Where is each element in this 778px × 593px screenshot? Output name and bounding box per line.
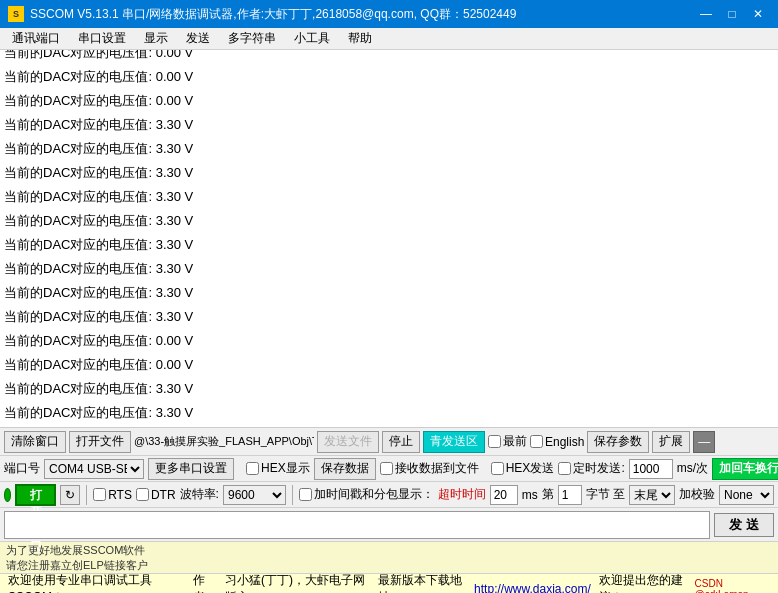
author-label: 作者： (193, 574, 225, 593)
csdn-badge: CSDN @cd:Lemon (695, 578, 770, 594)
timed-value-input[interactable] (629, 459, 673, 479)
send-textarea[interactable] (4, 511, 710, 539)
send-input-row: 发 送 (0, 508, 778, 542)
promo-line1: 为了更好地发展SSCOM软件 (6, 543, 772, 558)
latest-checkbox[interactable] (488, 435, 501, 448)
save-data-button[interactable]: 保存数据 (314, 458, 376, 480)
toolbar2: 端口号 COM4 USB-SERIAL CH340 更多串口设置 HEX显示 保… (0, 456, 778, 482)
hex-display-label[interactable]: HEX显示 (246, 460, 310, 477)
collapse-button[interactable]: — (693, 431, 715, 453)
title-bar-controls: — □ ✕ (694, 4, 770, 24)
author-name: 习小猛(丁丁)，大虾电子网版主 (225, 574, 370, 593)
refresh-button[interactable]: ↻ (60, 485, 80, 505)
menu-display[interactable]: 显示 (136, 28, 176, 49)
menu-bar: 通讯端口 串口设置 显示 发送 多字符串 小工具 帮助 (0, 28, 778, 50)
add-time-checkbox[interactable] (299, 488, 312, 501)
promo-line2: 请您注册嘉立创ELP链接客户 (6, 558, 772, 573)
timeout-unit: ms (522, 488, 538, 502)
content-line: 当前的DAC对应的电压值: 3.30 V (4, 113, 774, 137)
multi-port-button[interactable]: 更多串口设置 (148, 458, 234, 480)
hex-display-text: HEX显示 (261, 460, 310, 477)
dtr-text: DTR (151, 488, 176, 502)
content-line: 当前的DAC对应的电压值: 3.30 V (4, 281, 774, 305)
port-label: 端口号 (4, 460, 40, 477)
content-line: 当前的DAC对应的电压值: 3.30 V (4, 233, 774, 257)
send-area-button[interactable]: 青发送区 (423, 431, 485, 453)
hex-send-checkbox[interactable] (491, 462, 504, 475)
expand-button[interactable]: 扩展 (652, 431, 690, 453)
download-label: 最新版本下载地址： (378, 574, 474, 593)
dtr-label[interactable]: DTR (136, 488, 176, 502)
bottom-tip: 欢迎提出您的建议！ (599, 574, 695, 593)
menu-comm-port[interactable]: 通讯端口 (4, 28, 68, 49)
title-bar-left: S SSCOM V5.13.1 串口/网络数据调试器,作者:大虾丁丁,26180… (8, 6, 516, 23)
open-file-button[interactable]: 打开文件 (69, 431, 131, 453)
english-checkbox-label[interactable]: English (530, 435, 584, 449)
content-line: 当前的DAC对应的电压值: 0.00 V (4, 329, 774, 353)
main-content: 当前的DAC对应的电压值: 0.00 V当前的DAC对应的电压值: 0.00 V… (0, 50, 778, 428)
recv-file-checkbox[interactable] (380, 462, 393, 475)
maximize-button[interactable]: □ (720, 4, 744, 24)
hex-send-label[interactable]: HEX发送 (491, 460, 555, 477)
timed-send-text: 定时发送: (573, 460, 624, 477)
add-time-label[interactable]: 加时间戳和分包显示： (299, 486, 434, 503)
english-checkbox[interactable] (530, 435, 543, 448)
menu-help[interactable]: 帮助 (340, 28, 380, 49)
latest-label: 最前 (503, 433, 527, 450)
baud-label: 波特率: (180, 486, 219, 503)
checksum-select[interactable]: None SUM CRC8 CRC16 (719, 485, 774, 505)
content-line: 当前的DAC对应的电压值: 3.30 V (4, 161, 774, 185)
content-line: 当前的DAC对应的电压值: 3.30 V (4, 137, 774, 161)
bottom-info: 欢迎使用专业串口调试工具SSCOM！ 作者： 习小猛(丁丁)，大虾电子网版主 最… (0, 574, 778, 593)
menu-tools[interactable]: 小工具 (286, 28, 338, 49)
add-time-text: 加时间戳和分包显示： (314, 486, 434, 503)
send-button[interactable]: 发 送 (714, 513, 774, 537)
byte-label: 字节 至 (586, 486, 625, 503)
content-line: 当前的DAC对应的电压值: 0.00 V (4, 50, 774, 65)
page-label: 第 (542, 486, 554, 503)
send-file-button[interactable]: 发送文件 (317, 431, 379, 453)
port-open-section: 打开串口 ↻ (4, 484, 80, 506)
open-port-button[interactable]: 打开串口 (15, 484, 56, 506)
recv-file-text: 接收数据到文件 (395, 460, 479, 477)
timed-send-checkbox[interactable] (558, 462, 571, 475)
page-num-input[interactable] (558, 485, 582, 505)
minimize-button[interactable]: — (694, 4, 718, 24)
hex-display-checkbox[interactable] (246, 462, 259, 475)
menu-serial-settings[interactable]: 串口设置 (70, 28, 134, 49)
rts-label[interactable]: RTS (93, 488, 132, 502)
menu-multistring[interactable]: 多字符串 (220, 28, 284, 49)
port-select[interactable]: COM4 USB-SERIAL CH340 (44, 459, 144, 479)
content-line: 当前的DAC对应的电压值: 3.30 V (4, 377, 774, 401)
baud-select[interactable]: 9600 115200 57600 38400 19200 4800 2400 (223, 485, 286, 505)
title-bar: S SSCOM V5.13.1 串口/网络数据调试器,作者:大虾丁丁,26180… (0, 0, 778, 28)
stop-button[interactable]: 停止 (382, 431, 420, 453)
app-icon: S (8, 6, 24, 22)
timed-send-label[interactable]: 定时发送: (558, 460, 624, 477)
latest-checkbox-label[interactable]: 最前 (488, 433, 527, 450)
file-path-label: @\33-触摸屏实验_FLASH_APP\Obj\Template.bin (134, 434, 314, 449)
timed-unit-label: ms/次 (677, 460, 708, 477)
checksum-label: 加校验 (679, 486, 715, 503)
content-line: 当前的DAC对应的电压值: 0.00 V (4, 353, 774, 377)
sep4 (292, 485, 293, 505)
dtr-checkbox[interactable] (136, 488, 149, 501)
content-line: 当前的DAC对应的电压值: 3.30 V (4, 209, 774, 233)
rts-checkbox[interactable] (93, 488, 106, 501)
end-select[interactable]: 末尾 (629, 485, 675, 505)
close-button[interactable]: ✕ (746, 4, 770, 24)
add-cr-button[interactable]: 加回车换行 (712, 458, 778, 480)
save-params-button[interactable]: 保存参数 (587, 431, 649, 453)
rts-text: RTS (108, 488, 132, 502)
sep3 (86, 485, 87, 505)
clear-window-button[interactable]: 清除窗口 (4, 431, 66, 453)
timeout-input[interactable] (490, 485, 518, 505)
content-line: 当前的DAC对应的电压值: 3.30 V (4, 305, 774, 329)
led-indicator (4, 488, 11, 502)
download-url[interactable]: http://www.daxia.com/ (474, 582, 591, 594)
recv-file-label[interactable]: 接收数据到文件 (380, 460, 479, 477)
content-line: 当前的DAC对应的电压值: 3.30 V (4, 401, 774, 425)
hex-send-text: HEX发送 (506, 460, 555, 477)
menu-send[interactable]: 发送 (178, 28, 218, 49)
bottom-prefix: 欢迎使用专业串口调试工具SSCOM！ (8, 574, 185, 593)
